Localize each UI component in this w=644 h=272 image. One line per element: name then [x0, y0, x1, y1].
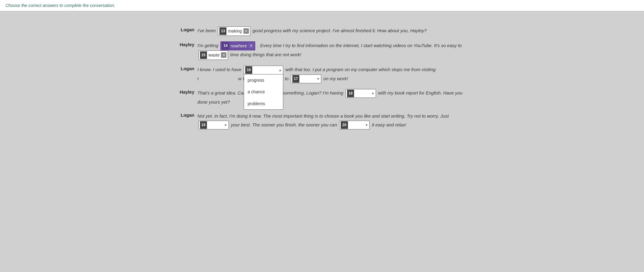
dropdown-16-menu: progress a chance problems	[244, 74, 283, 110]
dropdown-16-arrow: ▲	[279, 67, 282, 73]
answer-box-15[interactable]: 15 waste ✕	[198, 50, 228, 60]
clear-btn-13[interactable]: ✕	[243, 28, 249, 34]
dropdown-20-arrow: ▼	[365, 122, 368, 128]
conversation-row-1: Logan I've been 13 making ✕ good progres…	[173, 26, 471, 36]
speech-hayley-2: I'm getting 14 nowhere ✕ . Every time I …	[198, 41, 471, 60]
clear-btn-15[interactable]: ✕	[221, 52, 226, 58]
speech-logan-3: I know. I used to have 16 ▲ progress a c…	[198, 65, 471, 83]
conversation-row-5: Logan Not yet. In fact, I'm doing it now…	[173, 112, 471, 129]
dropdown-16-option-chance[interactable]: a chance	[244, 86, 283, 98]
instruction-text: Choose the correct answers to complete t…	[5, 3, 115, 8]
dropdown-16-num: 16	[245, 66, 252, 74]
dropdown-17-arrow: ▼	[317, 76, 320, 82]
dropdown-16-box[interactable]: 16 ▲	[244, 66, 283, 74]
conversation-row-3: Logan I know. I used to have 16 ▲ progre…	[173, 65, 471, 83]
answer-box-14[interactable]: 14 nowhere ✕	[220, 41, 255, 51]
speech-logan-1: I've been 13 making ✕ good progress with…	[198, 26, 471, 36]
conversation-row-2: Hayley I'm getting 14 nowhere ✕ . Every …	[173, 41, 471, 60]
answer-val-14: nowhere	[231, 42, 247, 50]
speech-logan-5: Not yet. In fact, I'm doing it now. The …	[198, 112, 471, 129]
dropdown-16-option-progress[interactable]: progress	[244, 74, 283, 86]
dropdown-19-box[interactable]: 19 ▼	[198, 121, 229, 129]
dropdown-18-num: 18	[347, 90, 354, 97]
speaker-logan-1: Logan	[173, 26, 195, 32]
speaker-logan-3: Logan	[173, 65, 195, 71]
dropdown-19-num: 19	[200, 121, 207, 129]
dropdown-18-arrow: ▼	[371, 91, 374, 96]
instruction-bar: Choose the correct answers to complete t…	[0, 0, 644, 11]
speaker-logan-5: Logan	[173, 112, 195, 118]
dropdown-19-arrow: ▼	[224, 122, 227, 128]
answer-num-15: 15	[200, 51, 207, 59]
main-content: Logan I've been 13 making ✕ good progres…	[155, 11, 489, 144]
answer-num-13: 13	[219, 27, 226, 35]
dropdown-17-num: 17	[292, 75, 299, 83]
dropdown-16-container[interactable]: 16 ▲ progress a chance problems	[244, 65, 283, 74]
dropdown-20-num: 20	[341, 121, 348, 129]
speaker-hayley-2: Hayley	[173, 41, 195, 47]
speech-hayley-4: That's a great idea. Can you help me wit…	[198, 89, 471, 106]
answer-val-15: waste	[208, 51, 220, 59]
dropdown-16-option-problems[interactable]: problems	[244, 98, 283, 110]
clear-btn-14[interactable]: ✕	[248, 43, 254, 49]
dropdown-18-box[interactable]: 18 ▼	[346, 89, 376, 98]
conversation-row-4: Hayley That's a great idea. Can you help…	[173, 89, 471, 106]
speaker-hayley-4: Hayley	[173, 89, 195, 95]
answer-val-13: making	[228, 27, 242, 35]
dropdown-17-box[interactable]: 17 ▼	[291, 74, 321, 83]
dropdown-20-box[interactable]: 20 ▼	[339, 121, 370, 129]
answer-num-14: 14	[222, 42, 229, 50]
conversation: Logan I've been 13 making ✕ good progres…	[173, 26, 471, 129]
answer-box-13[interactable]: 13 making ✕	[218, 26, 250, 36]
